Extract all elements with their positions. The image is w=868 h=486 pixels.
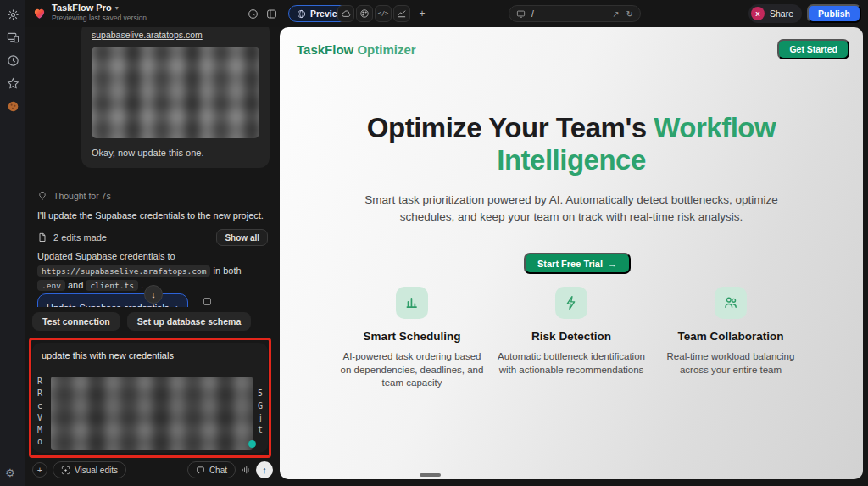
get-started-button[interactable]: Get Started bbox=[777, 39, 849, 59]
visual-edits-button[interactable]: Visual edits bbox=[53, 461, 126, 478]
show-all-button[interactable]: Show all bbox=[216, 229, 268, 246]
app-screen: ⚙ TaskFlow Pro ▾ Previewing last saved v… bbox=[0, 0, 868, 486]
thought-label: Thought for 7s bbox=[53, 191, 111, 201]
pasted-credentials: R R5 cG Vj Mt o bbox=[37, 377, 263, 450]
avatar: X bbox=[751, 7, 765, 20]
suggestion-test-connection[interactable]: Test connection bbox=[32, 312, 120, 331]
cloud-icon[interactable] bbox=[337, 5, 354, 22]
hero-title: Optimize Your Team's Workflow Intelligen… bbox=[317, 112, 826, 176]
scroll-to-bottom-button[interactable]: ↓ bbox=[144, 285, 163, 304]
feature-desc: AI-powered task ordering based on depend… bbox=[337, 350, 487, 390]
feature-risk-detection: Risk Detection Automatic bottleneck iden… bbox=[492, 287, 651, 390]
site-brand: TaskFlow Optimizer bbox=[297, 42, 416, 57]
chat-panel: supabaselive.aratatops.com Okay, now upd… bbox=[25, 27, 280, 486]
chevron-down-icon: ▾ bbox=[115, 4, 119, 12]
horizontal-scrollbar[interactable] bbox=[420, 473, 441, 477]
url-bar[interactable]: / ↗ ↻ bbox=[509, 5, 641, 22]
globe-icon bbox=[297, 9, 306, 19]
chat-footer: Test connection Set up database schema u… bbox=[25, 307, 280, 486]
external-link-icon[interactable]: ↗ bbox=[612, 9, 619, 19]
send-button[interactable]: ↑ bbox=[256, 461, 273, 478]
feature-smart-scheduling: Smart Scheduling AI-powered task orderin… bbox=[332, 287, 492, 390]
hero-subtitle: Smart task prioritization powered by AI.… bbox=[342, 192, 800, 226]
zap-icon bbox=[555, 287, 587, 319]
code-chip-client: client.ts bbox=[86, 280, 137, 291]
status-dot bbox=[248, 440, 256, 448]
users-icon bbox=[715, 287, 747, 319]
add-tab-icon[interactable]: + bbox=[414, 5, 431, 22]
chat-bubble-icon bbox=[196, 466, 205, 475]
feature-team-collaboration: Team Collaboration Real-time workload ba… bbox=[651, 287, 810, 390]
publish-button[interactable]: Publish bbox=[807, 4, 861, 23]
workspace-icon[interactable] bbox=[5, 7, 20, 22]
star-icon[interactable] bbox=[5, 75, 20, 91]
thought-row[interactable]: Thought for 7s bbox=[37, 191, 111, 201]
site-header: TaskFlow Optimizer Get Started bbox=[280, 27, 863, 71]
input-controls: + Visual edits Chat ↑ bbox=[32, 461, 273, 478]
feature-desc: Real-time workload balancing across your… bbox=[655, 350, 806, 377]
feature-title: Risk Detection bbox=[531, 330, 611, 343]
lovable-logo-icon[interactable] bbox=[32, 6, 47, 20]
share-button[interactable]: X Share bbox=[748, 4, 802, 23]
action-checkbox[interactable] bbox=[203, 298, 211, 305]
audio-waveform-icon[interactable] bbox=[241, 465, 251, 475]
refresh-icon[interactable]: ↻ bbox=[626, 9, 633, 19]
chat-mode-button[interactable]: Chat bbox=[187, 461, 236, 478]
lightbulb-icon bbox=[37, 191, 47, 201]
top-bar: TaskFlow Pro ▾ Previewing last saved ver… bbox=[25, 0, 868, 27]
monitor-icon bbox=[516, 9, 526, 19]
start-free-trial-button[interactable]: Start Free Trial → bbox=[524, 253, 631, 274]
url-path: / bbox=[531, 9, 534, 19]
bar-chart-icon bbox=[396, 287, 428, 319]
feature-title: Team Collaboration bbox=[677, 330, 783, 343]
projects-icon[interactable] bbox=[5, 30, 20, 45]
edits-row: 2 edits made Show all bbox=[37, 229, 268, 246]
user-message-bubble: supabaselive.aratatops.com Okay, now upd… bbox=[81, 27, 270, 168]
chat-input-text: update this with new credentials bbox=[42, 350, 259, 360]
analytics-chart-icon[interactable] bbox=[393, 5, 410, 22]
palette-icon[interactable] bbox=[356, 5, 373, 22]
user-message-caption: Okay, now update this one. bbox=[92, 148, 259, 158]
redacted-screenshot bbox=[92, 47, 259, 138]
history-icon[interactable] bbox=[5, 53, 20, 68]
code-chip-url: https://supabaselive.arafatops.com bbox=[37, 265, 210, 277]
code-chip-env: .env bbox=[37, 280, 65, 291]
attach-plus-button[interactable]: + bbox=[32, 462, 47, 478]
feature-title: Smart Scheduling bbox=[364, 330, 461, 343]
preview-panel: TaskFlow Optimizer Get Started Optimize … bbox=[280, 27, 863, 479]
edits-label: 2 edits made bbox=[53, 232, 107, 243]
chat-input[interactable]: update this with new credentials R R5 cG… bbox=[32, 343, 268, 453]
cookie-icon[interactable] bbox=[5, 98, 20, 114]
suggestion-setup-schema[interactable]: Set up database schema bbox=[127, 312, 252, 331]
file-edit-icon bbox=[37, 232, 47, 243]
user-message-link[interactable]: supabaselive.aratatops.com bbox=[92, 30, 203, 40]
settings-gear-icon[interactable]: ⚙ bbox=[5, 466, 15, 479]
assistant-message: I'll update the Supabase credentials to … bbox=[37, 210, 268, 221]
history-clock-icon[interactable] bbox=[244, 5, 261, 22]
left-rail: ⚙ bbox=[0, 0, 25, 486]
panel-layout-icon[interactable] bbox=[263, 5, 280, 22]
visual-edit-scan-icon bbox=[61, 466, 70, 475]
project-subtitle: Previewing last saved version bbox=[52, 14, 147, 22]
feature-desc: Automatic bottleneck identification with… bbox=[496, 350, 647, 377]
arrow-right-icon: → bbox=[608, 259, 617, 269]
code-icon[interactable]: </> bbox=[375, 5, 392, 22]
project-title: TaskFlow Pro bbox=[52, 3, 112, 13]
features-row: Smart Scheduling AI-powered task orderin… bbox=[280, 287, 863, 390]
project-title-block[interactable]: TaskFlow Pro ▾ Previewing last saved ver… bbox=[52, 3, 147, 22]
